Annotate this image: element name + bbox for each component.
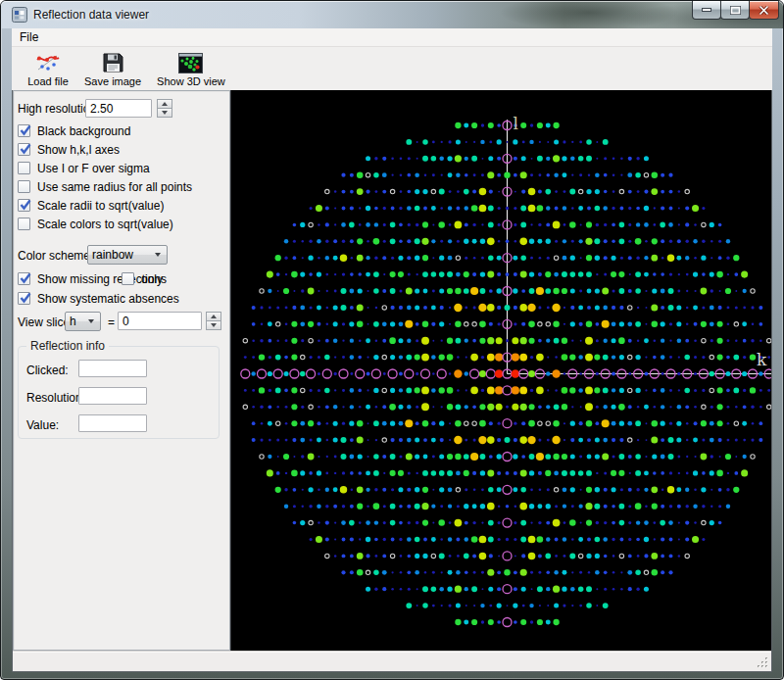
checkbox-label: Use same radius for all points xyxy=(37,180,192,194)
value-field[interactable] xyxy=(78,414,147,432)
toolbar-button-label: Save image xyxy=(84,75,141,87)
view-slice-input[interactable] xyxy=(118,312,202,330)
minimize-icon xyxy=(702,7,711,13)
checkbox-label: only xyxy=(141,272,163,286)
view-slice-axis-value: h xyxy=(70,315,88,328)
toolbar-button-label: Show 3D view xyxy=(157,75,225,87)
settings-panel: High resolution: Black background Show h… xyxy=(13,90,230,651)
status-bar xyxy=(13,651,771,671)
color-scheme-label: Color scheme: xyxy=(18,249,93,263)
checkbox-black-background[interactable]: Black background xyxy=(18,123,130,138)
load-file-icon xyxy=(35,52,61,73)
content-row: High resolution: Black background Show h… xyxy=(13,90,771,651)
checkbox-label: Show h,k,l axes xyxy=(37,143,120,157)
clicked-label: Clicked: xyxy=(26,364,69,377)
checkbox-box[interactable] xyxy=(18,180,30,193)
resolution-label: Resolution: xyxy=(26,391,85,405)
svg-text:l: l xyxy=(514,114,518,133)
show-3d-view-icon xyxy=(178,53,203,73)
color-scheme-select[interactable]: rainbow xyxy=(87,245,168,265)
save-image-button[interactable]: Save image xyxy=(76,49,149,89)
reflection-data-viewer-window: Reflection data viewer File xyxy=(0,0,784,680)
reflection-scatter[interactable]: lk xyxy=(231,90,771,649)
svg-text:k: k xyxy=(757,350,767,369)
checkbox-box[interactable] xyxy=(18,143,30,156)
spin-down-icon[interactable] xyxy=(157,108,172,118)
toolbar: Load file Save image xyxy=(12,47,772,90)
checkbox-label: Use I or F over sigma xyxy=(37,162,150,175)
checkbox-i-or-f-over-sigma[interactable]: Use I or F over sigma xyxy=(18,161,150,175)
clicked-field[interactable] xyxy=(78,360,147,377)
checkbox-label: Black background xyxy=(37,124,130,138)
checkbox-same-radius[interactable]: Use same radius for all points xyxy=(18,179,192,194)
checkbox-show-hkl-axes[interactable]: Show h,k,l axes xyxy=(18,142,120,157)
checkbox-box[interactable] xyxy=(18,218,30,230)
checkbox-box[interactable] xyxy=(18,272,30,285)
menu-file[interactable]: File xyxy=(12,28,46,46)
plot-area[interactable]: lk xyxy=(230,90,771,651)
maximize-button[interactable] xyxy=(720,1,750,20)
color-scheme-value: rainbow xyxy=(92,248,155,262)
resolution-field[interactable] xyxy=(78,387,147,405)
app-icon xyxy=(12,7,27,23)
checkbox-box[interactable] xyxy=(122,272,134,285)
minimize-button[interactable] xyxy=(692,1,721,20)
checkbox-scale-colors[interactable]: Scale colors to sqrt(value) xyxy=(18,217,173,231)
view-slice-axis-select[interactable]: h xyxy=(65,312,101,331)
checkbox-show-absences[interactable]: Show systematic absences xyxy=(18,291,179,306)
window-title: Reflection data viewer xyxy=(33,8,149,22)
spin-down-icon[interactable] xyxy=(206,320,221,330)
reflection-info-title: Reflection info xyxy=(26,339,109,353)
reflection-info-group: Reflection info Clicked: Resolution: Val… xyxy=(18,346,220,439)
view-slice-equals: = xyxy=(108,316,115,329)
checkbox-only[interactable]: only xyxy=(122,271,163,286)
view-slice-spinner[interactable] xyxy=(206,312,221,330)
close-icon xyxy=(759,6,769,15)
load-file-button[interactable]: Load file xyxy=(20,49,76,89)
checkbox-box[interactable] xyxy=(18,199,30,212)
close-button[interactable] xyxy=(749,1,779,20)
value-label: Value: xyxy=(26,418,59,432)
menubar: File xyxy=(12,28,772,47)
toolbar-button-label: Load file xyxy=(27,75,69,87)
save-image-icon xyxy=(102,52,123,73)
checkbox-label: Show systematic absences xyxy=(37,292,179,306)
titlebar: Reflection data viewer xyxy=(1,1,783,28)
show-3d-view-button[interactable]: Show 3D view xyxy=(149,49,233,89)
chevron-down-icon xyxy=(155,253,161,257)
chevron-down-icon xyxy=(88,319,94,323)
checkbox-label: Scale radii to sqrt(value) xyxy=(37,199,164,213)
checkbox-box[interactable] xyxy=(18,162,30,174)
maximize-icon xyxy=(730,6,741,15)
checkbox-box[interactable] xyxy=(18,124,30,137)
high-resolution-input[interactable] xyxy=(85,99,152,118)
checkbox-label: Scale colors to sqrt(value) xyxy=(37,218,173,231)
checkbox-box[interactable] xyxy=(18,292,30,305)
checkbox-scale-radii[interactable]: Scale radii to sqrt(value) xyxy=(18,198,164,213)
high-resolution-spinner[interactable] xyxy=(157,99,172,118)
resize-grip-icon[interactable] xyxy=(757,656,769,669)
client-area: High resolution: Black background Show h… xyxy=(12,90,772,672)
